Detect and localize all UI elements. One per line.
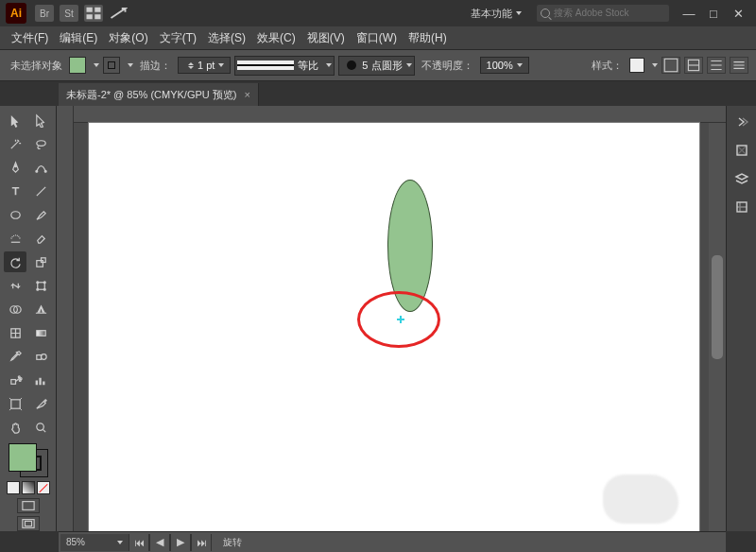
opacity-field[interactable]: 100% [480,57,529,74]
fill-color-box[interactable] [9,443,37,472]
svg-point-8 [35,170,37,172]
arrange-icon[interactable] [84,5,103,22]
eraser-tool[interactable] [29,228,52,249]
nav-prev-icon[interactable]: ◀ [149,534,170,551]
chevron-down-icon[interactable] [94,63,99,67]
minimize-button[interactable]: — [682,7,696,20]
brush-field[interactable]: 5 点圆形 [338,56,414,76]
document-setup-icon[interactable] [662,57,680,74]
scroll-thumb[interactable] [712,255,723,359]
nav-next-icon[interactable]: ▶ [170,534,191,551]
type-tool[interactable] [4,181,26,201]
shaper-tool[interactable] [4,228,26,249]
bridge-icon[interactable]: Br [35,5,54,22]
zoom-tool[interactable] [29,417,52,438]
graphic-style-swatch[interactable] [629,58,644,73]
svg-point-9 [44,170,46,172]
stroke-weight-field[interactable]: 1 pt [178,57,231,74]
options-menu-icon[interactable] [730,57,748,74]
menu-effect[interactable]: 效果(C) [251,30,301,46]
shape-builder-tool[interactable] [4,299,26,319]
ellipse-tool[interactable] [4,204,26,225]
document-tab[interactable]: 未标题-2* @ 85% (CMYK/GPU 预览) × [59,83,259,106]
nav-last-icon[interactable]: ⏭ [191,534,212,551]
stroke-profile-field[interactable]: 等比 [234,56,335,76]
lasso-tool[interactable] [29,133,52,154]
close-icon[interactable]: × [244,89,249,100]
maximize-button[interactable]: □ [707,7,720,20]
artboard-tool[interactable] [4,393,26,414]
nav-first-icon[interactable]: ⏮ [129,534,149,551]
right-dock [726,106,756,531]
close-button[interactable]: ✕ [731,7,745,20]
chevron-down-icon[interactable] [218,63,224,67]
column-graph-tool[interactable] [29,370,52,390]
selection-tool[interactable] [4,110,26,130]
symbol-sprayer-tool[interactable] [4,370,26,390]
sync-icon[interactable] [109,5,128,22]
rotation-anchor-icon[interactable] [397,316,404,323]
scale-tool[interactable] [29,251,52,272]
svg-point-27 [19,379,21,381]
chevron-down-icon[interactable] [128,63,133,67]
color-control[interactable] [9,443,48,477]
workspace-switcher[interactable]: 基本功能 [463,4,529,24]
color-mode-none[interactable] [37,481,50,494]
stock-icon[interactable]: St [60,5,78,22]
svg-rect-0 [87,8,93,12]
align-panel-icon[interactable] [707,57,726,74]
menu-window[interactable]: 窗口(W) [351,30,403,46]
perspective-grid-tool[interactable] [29,299,52,319]
canvas-area[interactable] [57,106,726,531]
svg-rect-21 [36,330,44,336]
expand-dock-icon[interactable] [731,112,752,132]
ruler-horizontal[interactable] [74,106,726,123]
curvature-tool[interactable] [29,157,52,178]
menu-file[interactable]: 文件(F) [6,30,54,46]
search-input[interactable]: 搜索 Adobe Stock [537,5,669,22]
mesh-tool[interactable] [4,322,26,343]
width-tool[interactable] [4,275,26,296]
libraries-panel-icon[interactable] [731,197,752,217]
line-tool[interactable] [29,181,52,201]
slice-tool[interactable] [29,393,52,414]
menu-edit[interactable]: 编辑(E) [54,30,103,46]
direct-selection-tool[interactable] [29,110,52,130]
artboard[interactable] [89,123,699,531]
svg-rect-13 [37,282,44,289]
menu-view[interactable]: 视图(V) [301,30,351,46]
color-mode-gradient[interactable] [22,481,35,494]
svg-point-29 [36,423,43,430]
menu-type[interactable]: 文字(T) [154,30,202,46]
free-transform-tool[interactable] [29,275,52,296]
hand-tool[interactable] [4,417,26,438]
blend-tool[interactable] [29,346,52,367]
preferences-icon[interactable] [684,57,703,74]
properties-panel-icon[interactable] [731,140,752,161]
ruler-vertical[interactable] [57,106,74,531]
menu-help[interactable]: 帮助(H) [403,30,453,46]
menu-object[interactable]: 对象(O) [103,30,153,46]
draw-mode-normal[interactable] [17,498,40,513]
color-mode-solid[interactable] [7,481,20,494]
stroke-swatch[interactable] [103,57,120,74]
stepper-icon[interactable] [188,62,194,69]
chevron-down-icon [117,541,123,544]
svg-point-10 [10,211,19,218]
eyedropper-tool[interactable] [4,346,26,367]
zoom-field[interactable]: 85% [60,534,129,551]
menu-select[interactable]: 选择(S) [202,30,251,46]
paintbrush-tool[interactable] [29,204,52,225]
style-label: 样式： [592,59,623,73]
layers-panel-icon[interactable] [731,168,752,189]
scrollbar-vertical[interactable] [709,123,726,531]
screen-mode-button[interactable] [17,516,40,531]
fill-swatch[interactable] [69,57,86,74]
gradient-tool[interactable] [29,322,52,343]
status-tool: 旋转 [223,536,242,549]
chevron-down-icon[interactable] [652,63,658,67]
magic-wand-tool[interactable] [4,133,26,154]
rotate-tool[interactable] [4,251,26,272]
pen-tool[interactable] [4,157,26,178]
stroke-line-icon [237,60,294,70]
